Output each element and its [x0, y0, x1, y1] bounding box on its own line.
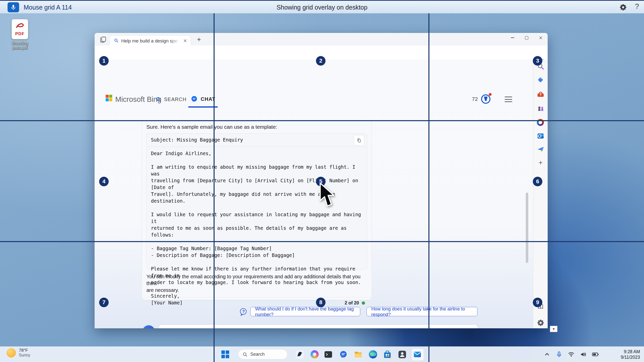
svg-text:?: ? — [242, 309, 245, 314]
edge-icon[interactable] — [369, 350, 377, 359]
voice-access-status-text: Showing grid overlay on desktop — [0, 4, 644, 11]
tab-search-icon — [114, 38, 119, 43]
shopping-tag-icon[interactable] — [537, 76, 544, 84]
new-tab-button[interactable]: + — [195, 36, 203, 43]
grid-cell-6: 6 — [533, 177, 542, 186]
taskbar-weather-widget[interactable]: 78°FSunny — [7, 348, 30, 357]
hamburger-menu-icon[interactable] — [505, 97, 512, 102]
battery-icon[interactable] — [592, 351, 599, 358]
notification-dot — [489, 93, 492, 96]
email-body-text: Dear Indigo Airlines, I am writing to en… — [147, 147, 367, 309]
people-app-icon[interactable] — [398, 350, 407, 359]
grid-cell-1: 1 — [99, 56, 109, 66]
suggestion-chip-2[interactable]: How long does it usually take for the ai… — [367, 307, 477, 316]
suggestion-help-icon: ? — [238, 307, 248, 316]
pdf-badge: PDF — [12, 31, 28, 36]
status-dot — [362, 301, 365, 305]
grid-horizontal-line-1 — [0, 120, 644, 121]
suggestion-chip-1[interactable]: What should I do if I don't have the bag… — [250, 307, 360, 316]
taskbar-clock[interactable]: 9:28 AM 9/11/2023 — [621, 349, 640, 360]
tab-search[interactable]: SEARCH — [155, 96, 186, 102]
taskbar-search-box[interactable]: Search — [238, 349, 288, 359]
taskbar: 78°FSunny Search — [0, 346, 644, 362]
search-tab-icon — [155, 96, 162, 102]
grid-vertical-line-1 — [214, 13, 215, 362]
page-scrollbar-thumb[interactable] — [526, 193, 528, 263]
start-button[interactable] — [221, 350, 229, 358]
tab-workspaces-icon[interactable] — [100, 36, 107, 43]
mouse-cursor — [319, 183, 336, 208]
weather-condition: Sunny — [19, 353, 30, 357]
new-topic-broom-button[interactable] — [143, 325, 155, 328]
chat-response-card: Sure. Here's a sample email you can use … — [142, 120, 372, 300]
outlook-icon[interactable] — [537, 132, 544, 140]
window-close-button[interactable] — [534, 33, 548, 42]
wifi-icon[interactable] — [568, 351, 575, 358]
dark-app-icon[interactable] — [324, 350, 333, 359]
microsoft-store-icon[interactable] — [383, 350, 392, 359]
window-controls — [505, 33, 548, 42]
taskbar-search-icon — [242, 352, 248, 357]
edge-sidebar: + — [533, 60, 548, 328]
time-text: 9:28 AM — [621, 349, 640, 354]
grid-cell-8: 8 — [316, 298, 326, 307]
tab-close-icon[interactable] — [183, 38, 188, 43]
chat-icon[interactable] — [339, 350, 348, 359]
system-tray — [544, 351, 599, 358]
drop-paper-plane-icon[interactable] — [537, 146, 544, 153]
sidebar-collapse-button[interactable]: ▾ — [550, 326, 557, 332]
outlook-mail-icon[interactable] — [413, 350, 422, 359]
grid-cell-7: 7 — [99, 298, 109, 307]
desktop-icon-label: Boarding pass.pdf — [5, 41, 35, 50]
grid-vertical-line-2 — [428, 13, 429, 362]
date-text: 9/11/2023 — [621, 354, 640, 360]
desktop-screen: PDF Boarding pass.pdf Help me build a de… — [0, 0, 644, 362]
tab-title: Help me build a design specifica — [121, 38, 179, 44]
rewards-medal-icon — [481, 94, 491, 104]
copy-button[interactable] — [354, 135, 364, 146]
chat-input-box[interactable]: Ask me anything... 0/2000 — [158, 325, 478, 328]
rewards-counter[interactable]: 72 — [472, 94, 491, 104]
turn-counter: 2 of 20 — [345, 300, 359, 306]
add-plus-icon[interactable]: + — [537, 159, 544, 167]
grid-cell-4: 4 — [99, 177, 109, 186]
taskbar-search-label: Search — [250, 352, 265, 357]
tab-strip: Help me build a design specifica + — [95, 33, 548, 46]
response-intro-text: Sure. Here's a sample email you can use … — [146, 124, 367, 130]
grid-cell-9: 9 — [533, 298, 542, 307]
tools-toolbox-icon[interactable] — [537, 91, 544, 98]
grid-cell-2: 2 — [316, 56, 326, 66]
copilot-icon[interactable] — [310, 350, 319, 359]
code-block-header: Subject: Missing Baggage Enquiry — [147, 133, 367, 147]
weather-sun-icon — [7, 348, 16, 357]
volume-icon[interactable] — [580, 351, 587, 358]
bing-page: Microsoft Bing SEARCH CHAT 72 — [95, 60, 533, 328]
microsoft-logo — [106, 95, 112, 101]
window-minimize-button[interactable] — [505, 33, 519, 42]
weather-temp: 78°F — [19, 348, 30, 353]
desktop-icon-boarding-pass-pdf[interactable]: PDF Boarding pass.pdf — [5, 19, 35, 50]
pdf-file-icon: PDF — [12, 19, 28, 39]
chat-tab-icon — [191, 96, 198, 103]
window-maximize-button[interactable] — [519, 33, 534, 42]
grid-horizontal-line-2 — [0, 241, 644, 242]
voice-access-bar: Mouse grid A 114 Showing grid overlay on… — [0, 0, 644, 13]
voice-access-settings-gear-icon[interactable] — [619, 4, 627, 11]
tab-chat[interactable]: CHAT — [191, 96, 215, 103]
bird-app-icon[interactable] — [296, 350, 304, 359]
games-icon[interactable] — [537, 105, 544, 112]
voice-access-help-icon[interactable]: ? — [635, 2, 639, 11]
file-explorer-icon[interactable] — [354, 350, 363, 359]
bing-brand-text[interactable]: Microsoft Bing — [115, 95, 162, 104]
tray-microphone-icon[interactable] — [556, 351, 562, 358]
grid-cell-3: 3 — [533, 56, 542, 66]
sidebar-settings-gear-icon[interactable] — [537, 319, 544, 327]
hidden-icons-chevron[interactable] — [544, 351, 550, 358]
browser-tab[interactable]: Help me build a design specifica — [110, 36, 191, 46]
email-subject-line: Subject: Missing Baggage Enquiry — [151, 137, 243, 143]
